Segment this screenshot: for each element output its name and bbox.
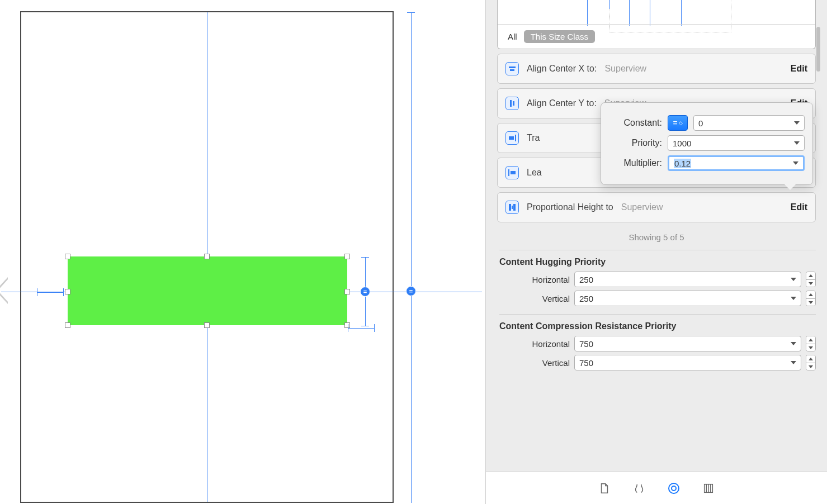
dropdown-icon [793,161,798,165]
inspector-scrollbar[interactable] [816,27,820,72]
selection-handle[interactable] [65,322,70,328]
artboard[interactable]: = [20,11,394,503]
constraint-row-prop-height[interactable]: Proportional Height to Superview Edit Co… [497,192,816,222]
svg-rect-5 [515,135,516,141]
selection-handle[interactable] [204,254,210,259]
constant-field[interactable]: 0 [693,115,805,131]
selection-handle[interactable] [344,289,350,294]
compression-horizontal-label: Horizontal [497,339,570,349]
constraint-equals-badge[interactable]: = [406,286,416,296]
priority-field[interactable]: 1000 [668,135,805,151]
svg-rect-10 [513,204,516,211]
multiplier-field[interactable]: 0.12 [668,155,805,171]
constraint-preview: All This Size Class [497,0,816,49]
svg-rect-3 [513,101,514,106]
constraint-target: Superview [604,64,646,74]
constraint-label: Align Center X to: [527,64,597,74]
compression-horizontal-field[interactable]: 750 [574,336,801,351]
file-inspector-tab-icon[interactable] [597,481,612,496]
compression-title: Content Compression Resistance Priority [499,314,816,331]
svg-rect-8 [509,204,511,211]
filter-all-button[interactable]: All [508,32,517,41]
relation-value: = [673,118,677,127]
constraint-edit-button[interactable]: Edit [791,202,807,212]
svg-point-11 [669,483,679,493]
svg-rect-0 [509,66,516,68]
canvas-area: = = [0,0,485,504]
constant-label: Constant: [609,118,662,128]
constraint-label: Proportional Height to [527,202,613,212]
constraint-row-center-x[interactable]: Align Center X to: Superview Edit [497,54,816,84]
svg-rect-4 [509,136,514,140]
priority-value: 1000 [673,139,691,148]
svg-rect-1 [510,69,514,71]
dropdown-icon [791,342,796,345]
leading-constraint-indicator[interactable] [37,288,64,296]
svg-rect-6 [508,169,509,176]
relation-select[interactable]: = ◇ [668,115,688,131]
compression-horizontal-stepper[interactable] [806,336,816,351]
selection-handle[interactable] [65,254,70,259]
constraint-target: Superview [621,202,663,212]
left-navigator-chevron-icon[interactable] [0,277,8,304]
dropdown-icon [791,297,796,300]
constraint-label: Lea [527,168,542,178]
proportional-height-icon [505,201,519,214]
priority-label: Priority: [609,138,662,148]
hugging-vertical-field[interactable]: 250 [574,291,801,306]
compression-vertical-label: Vertical [497,358,570,368]
hugging-vertical-stepper[interactable] [806,291,816,306]
compression-horizontal-value: 750 [579,339,593,349]
compression-vertical-field[interactable]: 750 [574,355,801,370]
superview-height-indicator[interactable] [407,12,415,503]
dropdown-icon [794,141,800,145]
multiplier-value: 0.12 [674,159,691,168]
svg-point-12 [672,486,676,491]
trailing-icon [505,131,519,145]
constant-value: 0 [698,118,703,128]
size-inspector-panel: All This Size Class Align Center X to: S… [485,0,827,504]
align-center-y-icon [505,97,519,110]
connections-inspector-tab-icon[interactable] [701,481,716,496]
hugging-horizontal-value: 250 [579,275,593,284]
hugging-vertical-label: Vertical [497,294,570,303]
constraint-edit-popover: Constant: = ◇ 0 Priority: 1000 Multiplie [601,102,813,185]
constraint-count-label: Showing 5 of 5 [486,232,827,242]
svg-rect-9 [512,206,513,209]
compression-vertical-stepper[interactable] [806,355,816,370]
constraint-label: Tra [527,133,540,143]
inspector-tab-bar [486,472,827,504]
multiplier-label: Multiplier: [609,158,662,168]
selection-handle[interactable] [344,254,350,259]
identity-inspector-tab-icon[interactable] [632,481,646,496]
constraint-edit-button[interactable]: Edit [791,64,807,74]
size-inspector-tab-icon[interactable] [667,481,681,496]
constraint-equals-badge[interactable]: = [360,287,370,297]
dropdown-icon [791,361,796,364]
selected-view[interactable] [68,256,347,325]
hugging-horizontal-field[interactable]: 250 [574,272,801,287]
content-hugging-title: Content Hugging Priority [499,250,816,267]
compression-vertical-value: 750 [579,358,593,368]
constraint-label: Align Center Y to: [527,98,597,108]
svg-rect-2 [510,100,512,107]
selection-handle[interactable] [204,322,210,328]
dropdown-icon [791,278,796,281]
leading-icon [505,166,519,179]
svg-rect-7 [511,171,516,174]
hugging-vertical-value: 250 [579,294,593,303]
align-center-x-icon [505,62,519,75]
hugging-horizontal-stepper[interactable] [806,272,816,287]
hugging-horizontal-label: Horizontal [497,275,570,284]
filter-this-size-class-button[interactable]: This Size Class [524,30,595,43]
selection-handle[interactable] [65,289,70,294]
dropdown-icon [794,121,800,125]
